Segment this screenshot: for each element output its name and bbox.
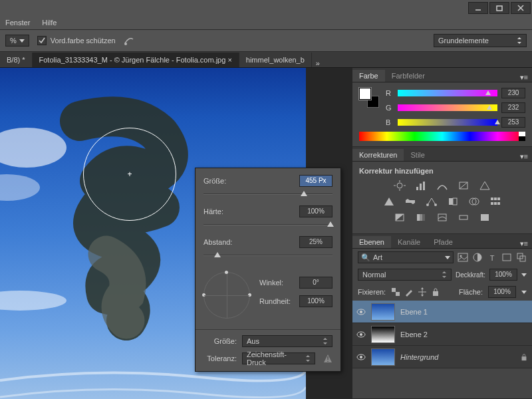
svg-rect-1 (497, 6, 502, 11)
b-input[interactable]: 253 (501, 117, 525, 128)
layer-fill-input[interactable]: 100% (488, 286, 516, 298)
chevron-down-icon[interactable] (521, 273, 527, 277)
blend-value: Normal (362, 271, 386, 279)
svg-rect-37 (491, 198, 493, 200)
opacity-dropdown[interactable]: % (5, 35, 29, 47)
r-slider[interactable] (398, 90, 497, 96)
filter-shape-icon[interactable] (501, 252, 512, 263)
svg-point-7 (0, 128, 66, 168)
filter-smart-icon[interactable] (516, 252, 527, 263)
svg-rect-49 (460, 215, 467, 219)
svg-rect-60 (392, 288, 396, 292)
exposure-icon[interactable] (458, 180, 469, 191)
tolerance-select[interactable]: Zeichenstift-Druck (242, 352, 315, 364)
size-ctrl-select[interactable]: Aus (242, 335, 332, 347)
spacing-label: Abstand: (203, 238, 232, 246)
eye-icon[interactable] (356, 352, 366, 362)
brush-options-icon[interactable] (124, 35, 136, 46)
photofilter-icon[interactable] (468, 196, 480, 207)
filter-adjust-icon[interactable] (472, 252, 483, 263)
pct-suffix: % (10, 37, 17, 45)
layer-filter-select[interactable]: 🔍Art (358, 251, 454, 263)
invert-icon[interactable] (394, 212, 406, 223)
chevron-down-icon[interactable] (521, 291, 527, 294)
layer-row[interactable]: Ebene 2 (352, 323, 532, 346)
lock-position-icon[interactable] (418, 287, 427, 297)
workspace-selector[interactable]: Grundelemente (434, 34, 527, 47)
vibrance-icon[interactable] (383, 196, 395, 207)
layer-opacity-input[interactable]: 100% (489, 269, 517, 281)
tab-kanaele[interactable]: Kanäle (391, 236, 427, 248)
angle-input[interactable]: 0° (299, 277, 332, 289)
menu-fenster[interactable]: Fenster (5, 19, 30, 27)
blend-mode-select[interactable]: Normal (358, 269, 452, 281)
canvas[interactable]: Größe:455 Px Härte:100% Abstand:25% Wink… (0, 68, 352, 399)
spacing-input[interactable]: 25% (299, 236, 332, 248)
tab-stile[interactable]: Stile (404, 149, 431, 161)
tolerance-label: Toleranz: (203, 354, 237, 362)
selective-icon[interactable] (479, 212, 491, 223)
layer-row[interactable]: Hintergrund (352, 346, 532, 368)
lock-icon (520, 353, 528, 361)
panel-menu-icon[interactable]: ▾≡ (516, 152, 532, 161)
panel-menu-icon[interactable]: ▾≡ (516, 239, 532, 248)
layer-thumbnail[interactable] (371, 303, 395, 321)
filter-text-icon[interactable]: T (487, 252, 497, 263)
lock-all-icon[interactable] (431, 287, 440, 297)
menu-hilfe[interactable]: Hilfe (42, 19, 57, 27)
posterize-icon[interactable] (415, 212, 427, 223)
b-slider[interactable] (398, 119, 497, 126)
brightness-icon[interactable] (394, 180, 406, 191)
svg-marker-11 (323, 342, 327, 344)
lock-transparency-icon[interactable] (391, 287, 400, 297)
r-input[interactable]: 230 (501, 88, 525, 98)
layer-row[interactable]: Ebene 1 (352, 301, 532, 323)
workspace-label: Grundelemente (438, 37, 489, 45)
tab-farbe[interactable]: Farbe (352, 70, 385, 82)
svg-marker-12 (306, 355, 310, 357)
tab-label: himmel_wolken_b (246, 56, 305, 64)
minimize-button[interactable] (468, 2, 488, 14)
size-slider[interactable] (203, 188, 332, 199)
colorbalance-icon[interactable] (426, 196, 438, 207)
tab-pfade[interactable]: Pfade (427, 236, 460, 248)
tab-overflow-button[interactable]: » (312, 59, 324, 67)
panel-menu-icon[interactable]: ▾≡ (516, 73, 532, 82)
levels-icon[interactable] (415, 180, 427, 191)
tab-korrekturen[interactable]: Korrekturen (352, 149, 404, 161)
bw-icon[interactable] (447, 196, 459, 207)
protect-foreground-checkbox[interactable]: Vord.farbe schützen (37, 36, 116, 45)
layer-thumbnail[interactable] (371, 348, 395, 366)
filter-image-icon[interactable] (458, 252, 468, 263)
lock-pixels-icon[interactable] (404, 287, 414, 297)
threshold-icon[interactable] (436, 212, 448, 223)
maximize-button[interactable] (489, 2, 509, 14)
g-slider[interactable] (398, 104, 497, 111)
curves-icon[interactable] (436, 180, 448, 191)
hue-icon[interactable] (404, 196, 416, 207)
svg-rect-50 (481, 214, 489, 221)
svg-rect-61 (396, 292, 400, 296)
adjustment-icon[interactable] (479, 180, 491, 191)
roundness-input[interactable]: 100% (299, 295, 332, 307)
eye-icon[interactable] (356, 330, 366, 339)
spacing-slider[interactable] (203, 249, 332, 260)
hardness-slider[interactable] (203, 219, 332, 229)
angle-control[interactable] (203, 272, 250, 319)
document-tab[interactable]: B/8) * (0, 53, 33, 67)
hardness-input[interactable]: 100% (299, 205, 332, 217)
color-swatches[interactable] (359, 88, 379, 108)
g-input[interactable]: 232 (501, 102, 525, 113)
color-spectrum[interactable] (359, 132, 525, 141)
eye-icon[interactable] (356, 307, 366, 317)
channelmixer-icon[interactable] (489, 196, 501, 207)
tab-farbfelder[interactable]: Farbfelder (385, 70, 432, 82)
tab-ebenen[interactable]: Ebenen (352, 236, 391, 248)
layer-thumbnail[interactable] (371, 326, 395, 343)
gradientmap-icon[interactable] (458, 212, 469, 223)
document-tab[interactable]: himmel_wolken_b (239, 53, 312, 67)
document-tab[interactable]: Fotolia_31333343_M - © Jürgen Fälchle - … (33, 53, 239, 67)
svg-rect-45 (417, 214, 420, 221)
size-input[interactable]: 455 Px (299, 175, 332, 187)
close-button[interactable] (511, 2, 531, 14)
